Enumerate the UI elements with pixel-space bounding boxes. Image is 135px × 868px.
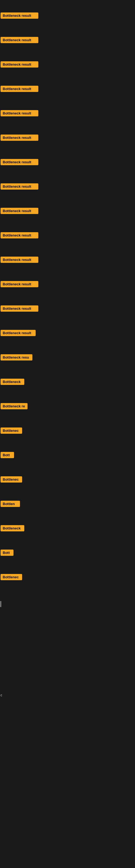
bottleneck-result-label: Bottleneck (1, 379, 24, 385)
bottleneck-result-label: Bottleneck result (1, 330, 36, 336)
bottleneck-bar-row-9: Bottleneck result (1, 208, 38, 215)
small-label-1: c (1, 693, 2, 697)
bottleneck-bar-row-14: Bottleneck result (1, 330, 36, 337)
bottleneck-result-label: Bottleneck result (1, 159, 38, 165)
cursor-indicator (1, 601, 1, 607)
bottleneck-result-label: Bottleneck result (1, 281, 38, 287)
bottleneck-bar-row-21: Bottlen (1, 501, 20, 508)
bottleneck-bar-row-12: Bottleneck result (1, 281, 38, 288)
bottleneck-bar-row-2: Bottleneck result (1, 37, 38, 44)
bottleneck-bar-row-15: Bottleneck resu (1, 354, 32, 362)
page-title (0, 0, 135, 4)
bottleneck-result-label: Bottleneck result (1, 305, 38, 312)
bottleneck-bar-row-16: Bottleneck (1, 379, 24, 386)
bottleneck-result-label: Bottleneck result (1, 110, 38, 116)
bottleneck-bar-row-5: Bottleneck result (1, 110, 38, 118)
bottleneck-result-label: Bottlenec (1, 428, 22, 434)
bottleneck-bar-row-24: Bottlenec (1, 574, 22, 581)
bottleneck-result-label: Bott (1, 452, 14, 458)
bottleneck-bar-row-23: Bott (1, 550, 13, 557)
bottleneck-result-label: Bottleneck result (1, 232, 38, 239)
bottleneck-result-label: Bottleneck resu (1, 354, 32, 361)
bottleneck-bar-row-6: Bottleneck result (1, 134, 38, 142)
bottleneck-result-label: Bottleneck re (1, 403, 28, 409)
bottleneck-result-label: Bottleneck result (1, 12, 38, 19)
bottleneck-bar-row-4: Bottleneck result (1, 86, 38, 93)
bottleneck-result-label: Bottleneck result (1, 61, 38, 67)
bottleneck-bar-row-20: Bottlenec (1, 476, 22, 484)
bottleneck-result-label: Bottleneck result (1, 183, 38, 190)
bottleneck-bar-row-17: Bottleneck re (1, 403, 28, 410)
bottleneck-result-label: Bott (1, 550, 13, 556)
bottleneck-result-label: Bottleneck result (1, 37, 38, 43)
bottleneck-bar-row-3: Bottleneck result (1, 61, 38, 69)
bottleneck-bar-row-13: Bottleneck result (1, 305, 38, 313)
bottleneck-result-label: Bottleneck result (1, 86, 38, 92)
bottleneck-result-label: Bottlenec (1, 574, 22, 580)
bottleneck-bar-row-19: Bott (1, 452, 14, 459)
bottleneck-result-label: Bottleneck result (1, 208, 38, 214)
bottleneck-bar-row-1: Bottleneck result (1, 12, 38, 20)
bottleneck-result-label: Bottlen (1, 501, 20, 507)
bottleneck-result-label: Bottleneck result (1, 134, 38, 141)
bottleneck-bar-row-8: Bottleneck result (1, 183, 38, 191)
bottleneck-result-label: Bottleneck result (1, 257, 38, 263)
bottleneck-bar-row-18: Bottlenec (1, 428, 22, 435)
bottleneck-bar-row-11: Bottleneck result (1, 257, 38, 264)
bottleneck-result-label: Bottleneck (1, 525, 24, 531)
bottleneck-result-label: Bottlenec (1, 476, 22, 483)
bottleneck-bar-row-22: Bottleneck (1, 525, 24, 532)
bottleneck-bar-row-7: Bottleneck result (1, 159, 38, 166)
bottleneck-bar-row-10: Bottleneck result (1, 232, 38, 240)
